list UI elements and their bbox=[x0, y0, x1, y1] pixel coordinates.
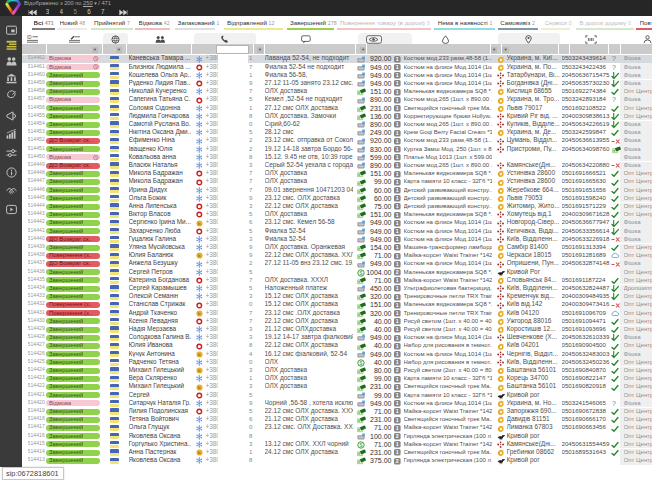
svg-text:1: 1 bbox=[396, 113, 399, 119]
svg-text:1: 1 bbox=[396, 343, 399, 349]
svg-text:1: 1 bbox=[396, 130, 399, 136]
svg-text:1: 1 bbox=[396, 425, 399, 431]
svg-text:1: 1 bbox=[396, 89, 399, 95]
svg-text:lc: lc bbox=[198, 450, 201, 455]
svg-text:lc: lc bbox=[198, 254, 201, 259]
svg-text:1: 1 bbox=[396, 187, 399, 193]
svg-text:1: 1 bbox=[396, 220, 399, 226]
svg-text:1: 1 bbox=[396, 253, 399, 259]
svg-text:1: 1 bbox=[396, 138, 399, 144]
svg-text:1: 1 bbox=[396, 146, 399, 152]
svg-text:ID: ID bbox=[27, 35, 32, 40]
svg-text:2: 2 bbox=[396, 367, 399, 373]
svg-text:1: 1 bbox=[396, 384, 399, 390]
svg-text:1: 1 bbox=[396, 236, 399, 242]
svg-text:1: 1 bbox=[396, 335, 399, 341]
svg-text:2: 2 bbox=[396, 269, 399, 275]
svg-text:1: 1 bbox=[396, 392, 399, 398]
svg-text:1: 1 bbox=[396, 449, 399, 455]
svg-text:1: 1 bbox=[396, 277, 399, 283]
svg-text:1: 1 bbox=[396, 80, 399, 86]
svg-text:1: 1 bbox=[396, 326, 399, 332]
svg-text:1: 1 bbox=[396, 179, 399, 185]
svg-text:1: 1 bbox=[396, 400, 399, 406]
svg-text:1: 1 bbox=[396, 294, 399, 300]
svg-text:1: 1 bbox=[396, 302, 399, 308]
svg-text:lc: lc bbox=[198, 221, 201, 226]
svg-text:1: 1 bbox=[396, 310, 399, 316]
svg-text:1: 1 bbox=[396, 195, 399, 201]
svg-text:1: 1 bbox=[396, 64, 399, 70]
svg-text:2: 2 bbox=[396, 433, 399, 439]
svg-text:1: 1 bbox=[396, 97, 399, 103]
svg-text:1: 1 bbox=[396, 261, 399, 267]
svg-text:2: 2 bbox=[396, 458, 399, 464]
svg-text:1: 1 bbox=[396, 203, 399, 209]
svg-text:1: 1 bbox=[396, 441, 399, 447]
svg-text:1: 1 bbox=[396, 72, 399, 78]
svg-text:lc: lc bbox=[198, 385, 201, 390]
svg-text:1: 1 bbox=[396, 121, 399, 127]
svg-text:lc: lc bbox=[198, 368, 201, 373]
svg-text:1: 1 bbox=[396, 285, 399, 291]
svg-text:1: 1 bbox=[396, 56, 399, 62]
svg-text:1: 1 bbox=[396, 162, 399, 168]
svg-text:1: 1 bbox=[396, 351, 399, 357]
svg-text:1: 1 bbox=[396, 244, 399, 250]
svg-text:1: 1 bbox=[396, 359, 399, 365]
svg-text:1: 1 bbox=[396, 228, 399, 234]
svg-text:1: 1 bbox=[396, 318, 399, 324]
svg-text:1: 1 bbox=[396, 171, 399, 177]
svg-text:1: 1 bbox=[396, 154, 399, 160]
svg-text:1: 1 bbox=[396, 408, 399, 414]
svg-text:lc: lc bbox=[198, 311, 201, 316]
svg-text:1: 1 bbox=[396, 417, 399, 423]
svg-text:lc: lc bbox=[198, 352, 201, 357]
svg-text:1: 1 bbox=[396, 376, 399, 382]
svg-text:1: 1 bbox=[396, 212, 399, 218]
svg-text:1: 1 bbox=[396, 105, 399, 111]
